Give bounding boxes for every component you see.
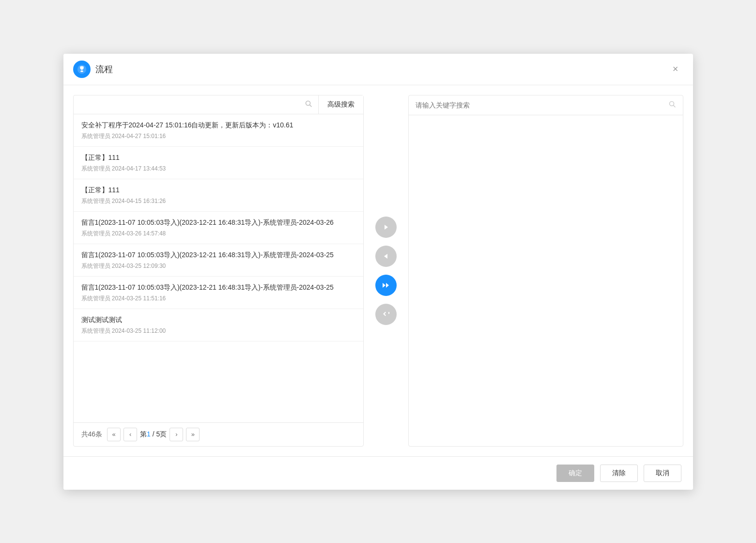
- list-item-meta: 系统管理员 2024-04-27 15:01:16: [81, 132, 355, 140]
- app-logo: [73, 61, 91, 78]
- forward-button[interactable]: [375, 217, 397, 238]
- dialog-title: 流程: [95, 63, 668, 75]
- right-panel: [408, 95, 683, 447]
- svg-line-2: [309, 105, 311, 107]
- confirm-button[interactable]: 确定: [556, 465, 594, 482]
- search-icon: [305, 100, 312, 109]
- backward-button[interactable]: [375, 246, 397, 267]
- list-item-title: 安全补丁程序于2024-04-27 15:01:16自动更新，更新后版本为：v1…: [81, 120, 355, 130]
- close-button[interactable]: ×: [668, 62, 683, 77]
- left-panel: 高级搜索 安全补丁程序于2024-04-27 15:01:16自动更新，更新后版…: [73, 95, 364, 447]
- list-area: 安全补丁程序于2024-04-27 15:01:16自动更新，更新后版本为：v1…: [74, 114, 363, 422]
- pagination: 共46条 « ‹ 第1 / 5页 › »: [74, 422, 363, 446]
- list-item-title: 留言1(2023-11-07 10:05:03导入)(2023-12-21 16…: [81, 217, 355, 228]
- advanced-search-button[interactable]: 高级搜索: [319, 95, 363, 114]
- page-separator: /: [153, 430, 154, 438]
- list-item-title: 【正常】111: [81, 153, 355, 163]
- list-item-meta: 系统管理员 2024-03-25 11:12:00: [81, 327, 355, 335]
- list-item[interactable]: 【正常】111 系统管理员 2024-04-15 16:31:26: [74, 179, 363, 212]
- list-item[interactable]: 留言1(2023-11-07 10:05:03导入)(2023-12-21 16…: [74, 244, 363, 277]
- search-bar: 高级搜索: [74, 95, 363, 114]
- page-total: 共46条: [81, 430, 103, 439]
- right-search-input[interactable]: [416, 101, 668, 109]
- svg-marker-5: [383, 283, 386, 288]
- list-item-meta: 系统管理员 2024-03-25 11:51:16: [81, 295, 355, 303]
- search-input-wrap: [74, 95, 319, 114]
- svg-line-8: [673, 105, 675, 107]
- list-item[interactable]: 【正常】111 系统管理员 2024-04-17 13:44:53: [74, 147, 363, 179]
- list-item-title: 测试测试测试: [81, 315, 355, 325]
- list-item-title: 留言1(2023-11-07 10:05:03导入)(2023-12-21 16…: [81, 282, 355, 293]
- cancel-button[interactable]: 取消: [644, 465, 681, 482]
- search-input[interactable]: [79, 101, 303, 109]
- return-button[interactable]: [375, 304, 397, 325]
- dialog-header: 流程 ×: [63, 54, 693, 85]
- svg-marker-4: [384, 254, 387, 259]
- list-item-title: 【正常】111: [81, 185, 355, 195]
- prev-page-button[interactable]: ‹: [123, 428, 137, 441]
- svg-marker-3: [385, 225, 388, 230]
- first-page-button[interactable]: «: [107, 428, 121, 441]
- next-page-button[interactable]: ›: [170, 428, 183, 441]
- last-page-button[interactable]: »: [186, 428, 200, 441]
- logo-icon: [77, 64, 87, 75]
- right-search-bar: [409, 95, 683, 115]
- list-item-meta: 系统管理员 2024-04-15 16:31:26: [81, 197, 355, 205]
- right-search-icon: [668, 100, 676, 110]
- page-info: 第1 / 5页: [140, 430, 167, 439]
- dialog-footer: 确定 清除 取消: [63, 456, 693, 490]
- dialog-body: 高级搜索 安全补丁程序于2024-04-27 15:01:16自动更新，更新后版…: [63, 85, 693, 456]
- dialog: 流程 × 高级搜索 安全补丁程序于2024-04-27: [63, 54, 693, 490]
- clear-button[interactable]: 清除: [600, 465, 638, 482]
- list-item-title: 留言1(2023-11-07 10:05:03导入)(2023-12-21 16…: [81, 250, 355, 260]
- current-page: 1: [147, 430, 151, 438]
- list-item[interactable]: 测试测试测试 系统管理员 2024-03-25 11:12:00: [74, 309, 363, 341]
- svg-marker-6: [386, 283, 389, 288]
- transfer-buttons: [371, 95, 401, 447]
- right-list-area: [409, 115, 683, 446]
- list-item-meta: 系统管理员 2024-03-25 12:09:30: [81, 262, 355, 270]
- forward-all-button[interactable]: [375, 275, 397, 296]
- total-pages: 5页: [156, 430, 167, 438]
- list-item[interactable]: 留言1(2023-11-07 10:05:03导入)(2023-12-21 16…: [74, 277, 363, 309]
- list-item-meta: 系统管理员 2024-04-17 13:44:53: [81, 165, 355, 173]
- list-item[interactable]: 留言1(2023-11-07 10:05:03导入)(2023-12-21 16…: [74, 212, 363, 244]
- list-item-meta: 系统管理员 2024-03-26 14:57:48: [81, 230, 355, 238]
- list-item[interactable]: 安全补丁程序于2024-04-27 15:01:16自动更新，更新后版本为：v1…: [74, 114, 363, 147]
